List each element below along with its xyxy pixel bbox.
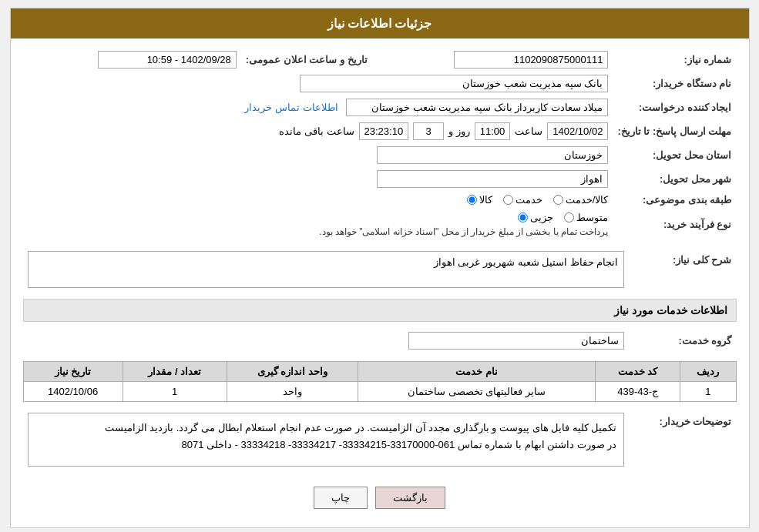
cell-row-num: 1 xyxy=(680,382,736,402)
deadline-days: 3 xyxy=(413,122,444,140)
deadline-label: مهلت ارسال پاسخ: تا تاریخ: xyxy=(613,119,736,143)
purchase-radio-jozyi[interactable] xyxy=(518,212,528,223)
purchase-type-radio-group: متوسط جزیی xyxy=(518,212,608,223)
category-option-kala-khedmat: کالا/خدمت xyxy=(553,194,609,206)
info-table: شماره نیاز: 1102090875000111 تاریخ و ساع… xyxy=(23,48,737,240)
notes-table: توضیحات خریدار: تکمیل کلیه فایل های پیوس… xyxy=(23,410,737,470)
creator-value: میلاد سعادت کاربرداز بانک سپه مدیریت شعب… xyxy=(346,99,608,116)
province-value: خوزستان xyxy=(377,146,608,164)
announce-datetime-value: 1402/09/28 - 10:59 xyxy=(98,51,237,69)
purchase-type-label: نوع فرآیند خرید: xyxy=(613,209,736,240)
category-option-khedmat: خدمت xyxy=(503,194,542,206)
purchase-note: پرداخت تمام یا بخشی از مبلغ خریدار از مح… xyxy=(28,226,609,237)
service-table: ردیف کد خدمت نام خدمت واحد اندازه گیری ت… xyxy=(23,361,737,402)
cell-count: 1 xyxy=(123,382,227,402)
cell-service-code: ج-43-439 xyxy=(596,382,680,402)
deadline-row: 1402/10/02 ساعت 11:00 روز و 3 23:23:10 س… xyxy=(28,122,609,140)
deadline-date: 1402/10/02 xyxy=(547,122,608,140)
need-number-label: شماره نیاز: xyxy=(613,48,736,72)
description-table: شرح کلی نیاز: انجام حفاظ استیل شعبه شهری… xyxy=(23,248,737,291)
category-option-kala: کالا xyxy=(467,194,492,206)
deadline-days-label: روز و xyxy=(448,125,470,137)
purchase-mutawasset-label: متوسط xyxy=(576,212,608,223)
category-radio-group: کالا/خدمت خدمت کالا xyxy=(467,194,609,206)
creator-label: ایجاد کننده درخواست: xyxy=(613,95,736,119)
deadline-time: 11:00 xyxy=(475,122,511,140)
category-khedmat-label: خدمت xyxy=(516,194,542,206)
buyer-name-value: بانک سپه مدیریت شعب خوزستان xyxy=(300,75,608,92)
deadline-remaining-label: ساعت باقی مانده xyxy=(279,125,354,137)
creator-contact-link[interactable]: اطلاعات تماس خریدار xyxy=(244,102,338,113)
col-service-code: کد خدمت xyxy=(596,362,680,382)
table-row: 1 ج-43-439 سایر فعالیتهای تخصصی ساختمان … xyxy=(23,382,736,402)
description-box: انجام حفاظ استیل شعبه شهریور غربی اهواز xyxy=(28,251,624,288)
category-kala-label: کالا xyxy=(479,194,492,206)
service-section-title: اطلاعات خدمات مورد نیاز xyxy=(23,299,737,322)
purchase-option-jozyi: جزیی xyxy=(518,212,553,223)
purchase-option-mutawasset: متوسط xyxy=(564,212,608,223)
notes-box: تکمیل کلیه فایل های پیوست و بارگذاری مجد… xyxy=(28,413,624,467)
category-radio-kala-khedmat[interactable] xyxy=(553,195,563,205)
category-kala-khedmat-label: کالا/خدمت xyxy=(566,194,609,206)
category-radio-kala[interactable] xyxy=(467,195,477,205)
announce-datetime-label: تاریخ و ساعت اعلان عمومی: xyxy=(241,48,372,72)
button-row: بازگشت چاپ xyxy=(23,477,737,518)
content-area: شماره نیاز: 1102090875000111 تاریخ و ساع… xyxy=(11,38,749,527)
deadline-remaining: 23:23:10 xyxy=(359,122,409,140)
category-radio-khedmat[interactable] xyxy=(503,195,513,205)
city-value: اهواز xyxy=(377,170,608,188)
print-button[interactable]: چاپ xyxy=(314,487,368,509)
deadline-time-label: ساعت xyxy=(515,125,542,137)
province-label: استان محل تحویل: xyxy=(613,143,736,167)
back-button[interactable]: بازگشت xyxy=(375,487,445,509)
group-table: گروه خدمت: ساختمان xyxy=(23,328,737,353)
cell-unit: واحد xyxy=(227,382,358,402)
col-service-name: نام خدمت xyxy=(358,362,596,382)
group-label: گروه خدمت: xyxy=(629,328,737,353)
city-label: شهر محل تحویل: xyxy=(613,167,736,191)
cell-date: 1402/10/06 xyxy=(23,382,123,402)
page-title: جزئیات اطلاعات نیاز xyxy=(11,8,749,38)
description-label: شرح کلی نیاز: xyxy=(629,248,737,291)
buyer-name-label: نام دستگاه خریدار: xyxy=(613,72,736,95)
notes-label: توضیحات خریدار: xyxy=(629,410,737,470)
col-unit: واحد اندازه گیری xyxy=(227,362,358,382)
purchase-radio-mutawasset[interactable] xyxy=(564,212,574,223)
purchase-jozyi-label: جزیی xyxy=(530,212,553,223)
need-number-value: 1102090875000111 xyxy=(454,51,608,69)
col-count: تعداد / مقدار xyxy=(123,362,227,382)
category-label: طبقه بندی موضوعی: xyxy=(613,191,736,209)
col-date: تاریخ نیاز xyxy=(23,362,123,382)
col-row-num: ردیف xyxy=(680,362,736,382)
page-container: جزئیات اطلاعات نیاز شماره نیاز: 11020908… xyxy=(10,8,750,528)
group-value: ساختمان xyxy=(408,332,624,350)
cell-service-name: سایر فعالیتهای تخصصی ساختمان xyxy=(358,382,596,402)
